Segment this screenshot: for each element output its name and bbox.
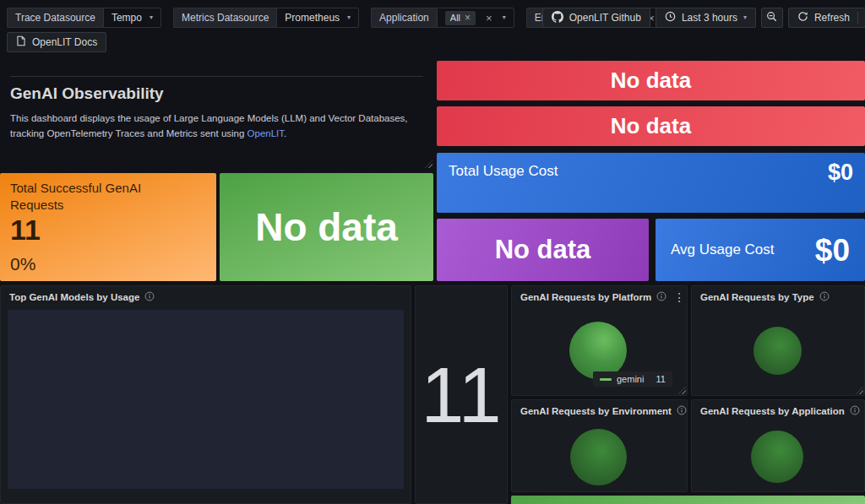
trace-datasource-label: Trace Datasource xyxy=(7,8,103,28)
time-range-picker[interactable]: Last 3 hours ▾ xyxy=(656,8,756,28)
stat-title: Avg Usage Cost xyxy=(671,241,775,258)
openlit-docs-button[interactable]: OpenLIT Docs xyxy=(7,32,106,52)
pie-chart[interactable] xyxy=(570,429,627,485)
panel-menu-icon[interactable]: ⋮ xyxy=(672,290,687,304)
openlit-link[interactable]: OpenLIT xyxy=(248,128,284,138)
info-icon[interactable] xyxy=(819,290,830,305)
partial-panel-green xyxy=(511,496,865,504)
refresh-icon xyxy=(797,11,808,24)
panel-title[interactable]: GenAI Requests by Platform xyxy=(520,292,651,302)
stat-no-data-green: No data xyxy=(220,173,433,281)
chevron-down-icon: ▾ xyxy=(150,14,153,21)
var-metrics-datasource: Metrics Datasource Prometheus ▾ xyxy=(173,8,359,28)
legend-series-value: 11 xyxy=(656,374,665,384)
zoom-out-button[interactable] xyxy=(761,8,783,28)
panel-title[interactable]: GenAI Requests by Application xyxy=(700,406,845,416)
stat-total-usage-cost: Total Usage Cost $0 xyxy=(437,153,865,213)
panel-header: GenAI Requests by Application xyxy=(692,400,864,422)
panel-requests-by-application: GenAI Requests by Application xyxy=(691,399,865,492)
stat-no-data-2: No data xyxy=(437,106,865,146)
chevron-down-icon: ▾ xyxy=(743,14,747,21)
metrics-datasource-select[interactable]: Prometheus ▾ xyxy=(276,8,359,28)
github-icon xyxy=(552,11,563,25)
toolbar-row-2: OpenLIT Docs xyxy=(7,32,106,52)
legend-series-color xyxy=(600,378,612,381)
stat-title: Total Successful GenAI Requests xyxy=(10,180,188,213)
grafana-dashboard: Trace Datasource Tempo ▾ Metrics Datasou… xyxy=(0,0,865,504)
pie-chart[interactable] xyxy=(751,431,803,483)
stat-value: $0 xyxy=(815,235,850,266)
panel-title[interactable]: GenAI Requests by Environment xyxy=(520,406,672,416)
dashboard-description: This dashboard displays the usage of Lar… xyxy=(10,111,423,142)
stat-percent: 0% xyxy=(10,254,206,274)
panel-header: Top GenAI Models by Usage xyxy=(1,286,411,308)
application-label: Application xyxy=(371,8,437,28)
remove-value-icon[interactable]: × xyxy=(465,13,471,23)
legend-item[interactable]: gemini 11 xyxy=(593,371,672,387)
panel-requests-by-environment: GenAI Requests by Environment xyxy=(511,399,688,492)
info-icon[interactable] xyxy=(850,404,860,419)
trace-datasource-value: Tempo xyxy=(112,12,142,24)
stat-no-data-purple: No data xyxy=(437,219,649,281)
clear-icon[interactable]: × xyxy=(486,13,492,24)
info-icon[interactable] xyxy=(144,290,155,305)
legend-series-name: gemini xyxy=(617,374,644,384)
stat-value: 11 xyxy=(10,214,206,246)
panel-header: GenAI Requests by Platform ⋮ xyxy=(512,286,687,308)
divider xyxy=(10,76,423,77)
panel-requests-by-type: GenAI Requests by Type xyxy=(691,285,865,396)
application-select[interactable]: All × × ▾ xyxy=(437,8,514,28)
panel-title[interactable]: GenAI Requests by Type xyxy=(700,292,814,302)
stat-value: $0 xyxy=(828,161,853,184)
chart-plot-area[interactable] xyxy=(8,310,404,489)
panel-top-models: Top GenAI Models by Usage xyxy=(0,285,411,504)
dashboard-title: GenAI Observability xyxy=(10,84,423,103)
divider xyxy=(857,12,858,24)
clock-icon xyxy=(665,11,676,24)
panel-header: GenAI Requests by Environment xyxy=(512,400,687,422)
zoom-out-icon xyxy=(766,11,777,24)
pie-chart[interactable] xyxy=(569,322,627,379)
stat-total-successful-requests: Total Successful GenAI Requests 11 0% xyxy=(0,173,216,281)
intro-text-panel: GenAI Observability This dashboard displ… xyxy=(0,59,433,169)
var-application: Application All × × ▾ xyxy=(371,8,514,28)
pie-chart[interactable] xyxy=(753,327,802,375)
info-icon[interactable] xyxy=(677,404,687,419)
metrics-datasource-label: Metrics Datasource xyxy=(173,8,276,28)
stat-title: Total Usage Cost xyxy=(449,163,558,180)
panel-header: GenAI Requests by Type xyxy=(692,286,864,308)
openlit-github-button[interactable]: OpenLIT Github xyxy=(542,8,650,28)
trace-datasource-select[interactable]: Tempo ▾ xyxy=(103,8,161,28)
application-chip[interactable]: All × xyxy=(445,11,476,25)
panel-requests-by-platform: GenAI Requests by Platform ⋮ gemini 11 xyxy=(511,285,688,396)
stat-value: 11 xyxy=(421,356,502,434)
var-trace-datasource: Trace Datasource Tempo ▾ xyxy=(7,8,161,28)
toolbar-actions: OpenLIT Github Last 3 hours ▾ Refresh ▾ xyxy=(542,8,865,28)
metrics-datasource-value: Prometheus xyxy=(285,12,340,24)
stat-no-data-1: No data xyxy=(437,61,865,100)
document-icon xyxy=(16,35,26,49)
refresh-button[interactable]: Refresh ▾ xyxy=(788,8,865,28)
panel-big-stat: 11 xyxy=(415,285,508,504)
chevron-down-icon: ▾ xyxy=(503,14,506,21)
info-icon[interactable] xyxy=(656,290,666,305)
stat-avg-usage-cost: Avg Usage Cost $0 xyxy=(656,219,865,281)
panel-title[interactable]: Top GenAI Models by Usage xyxy=(9,292,139,302)
chevron-down-icon: ▾ xyxy=(347,14,351,21)
